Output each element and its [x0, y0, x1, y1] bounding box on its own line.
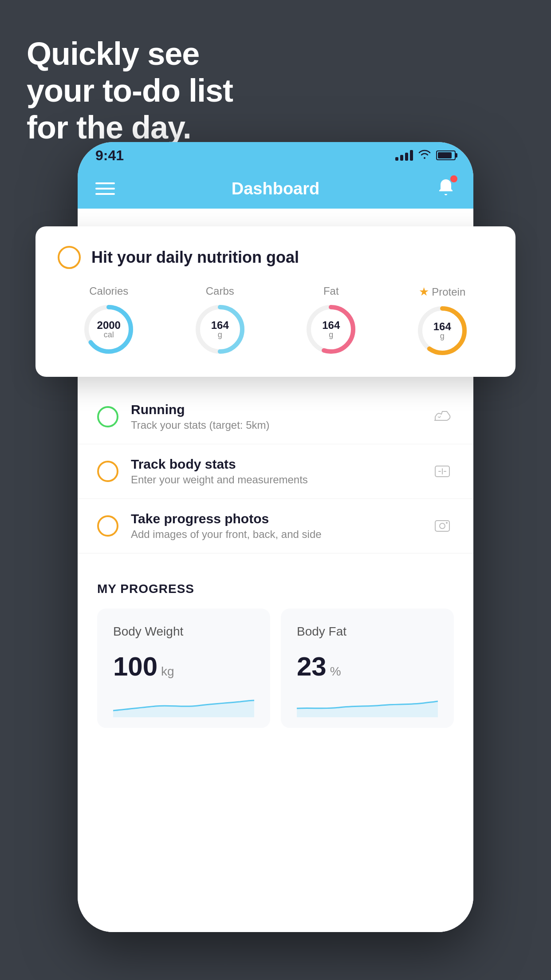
carbs-label: Carbs [206, 285, 234, 297]
todo-subtitle-running: Track your stats (target: 5km) [131, 419, 418, 431]
fat-label: Fat [323, 285, 339, 297]
todo-item-running[interactable]: Running Track your stats (target: 5km) [78, 390, 473, 444]
progress-grid: Body Weight 100 kg [97, 609, 454, 728]
status-icons [395, 149, 456, 162]
nutrition-checkbox[interactable] [58, 246, 81, 269]
todo-text-running: Running Track your stats (target: 5km) [131, 402, 418, 431]
nav-title: Dashboard [232, 179, 319, 198]
todo-subtitle-track-body: Enter your weight and measurements [131, 474, 418, 486]
body-weight-title: Body Weight [113, 624, 254, 639]
todo-list: Running Track your stats (target: 5km) T… [78, 390, 473, 553]
body-weight-card: Body Weight 100 kg [97, 609, 270, 728]
battery-icon [436, 150, 456, 160]
body-fat-value: 23 % [297, 651, 438, 682]
status-time: 9:41 [95, 147, 124, 164]
photo-icon [431, 514, 454, 537]
body-fat-title: Body Fat [297, 624, 438, 639]
svg-point-2 [440, 523, 445, 529]
progress-header: MY PROGRESS [97, 582, 454, 596]
body-fat-number: 23 [297, 651, 327, 682]
calories-donut: 2000 cal [82, 303, 135, 356]
fat-unit: g [329, 331, 333, 339]
hamburger-line [95, 193, 115, 195]
hamburger-line [95, 182, 115, 184]
nutrition-grid: Calories 2000 cal Carbs [58, 285, 493, 357]
calories-value: 2000 [97, 320, 121, 331]
calories-label: Calories [89, 285, 128, 297]
svg-point-3 [446, 522, 448, 524]
carbs-donut: 164 g [193, 303, 247, 356]
nutrition-card: Hit your daily nutrition goal Calories 2… [35, 226, 516, 377]
body-fat-unit: % [330, 664, 341, 679]
shoe-icon [431, 405, 454, 428]
todo-text-track-body: Track body stats Enter your weight and m… [131, 457, 418, 486]
protein-donut: 164 g [416, 304, 469, 357]
protein-unit: g [440, 332, 445, 340]
todo-item-progress-photos[interactable]: Take progress photos Add images of your … [78, 499, 473, 553]
protein-label: Protein [432, 286, 465, 298]
hamburger-line [95, 188, 115, 190]
body-weight-number: 100 [113, 651, 157, 682]
protein-value: 164 [433, 321, 451, 332]
hero-line1: Quickly see [27, 36, 233, 72]
hero-line3: for the day. [27, 109, 233, 146]
fat-donut: 164 g [304, 303, 358, 356]
scale-icon [431, 460, 454, 483]
notification-dot [450, 175, 457, 182]
body-fat-card: Body Fat 23 % [281, 609, 454, 728]
body-fat-chart [297, 691, 438, 717]
todo-subtitle-progress-photos: Add images of your front, back, and side [131, 528, 418, 541]
carbs-unit: g [218, 331, 222, 339]
nutrition-fat: Fat 164 g [304, 285, 358, 356]
body-weight-value: 100 kg [113, 651, 254, 682]
todo-title-progress-photos: Take progress photos [131, 511, 418, 526]
nutrition-carbs: Carbs 164 g [193, 285, 247, 356]
star-icon: ★ [419, 285, 429, 299]
todo-title-track-body: Track body stats [131, 457, 418, 472]
body-weight-chart [113, 691, 254, 717]
hamburger-menu[interactable] [95, 182, 115, 195]
todo-checkbox-track-body[interactable] [97, 461, 118, 482]
nav-bar: Dashboard [78, 169, 473, 209]
status-bar: 9:41 [78, 142, 473, 169]
todo-text-progress-photos: Take progress photos Add images of your … [131, 511, 418, 541]
hero-line2: your to-do list [27, 72, 233, 109]
todo-checkbox-progress-photos[interactable] [97, 515, 118, 537]
card-header: Hit your daily nutrition goal [58, 246, 493, 269]
protein-label-container: ★ Protein [419, 285, 465, 299]
card-title: Hit your daily nutrition goal [91, 248, 299, 267]
signal-icon [395, 150, 413, 161]
todo-item-track-body[interactable]: Track body stats Enter your weight and m… [78, 444, 473, 499]
hero-text: Quickly see your to-do list for the day. [27, 36, 233, 146]
wifi-icon [418, 149, 431, 162]
todo-title-running: Running [131, 402, 418, 417]
fat-value: 164 [322, 320, 340, 331]
carbs-value: 164 [211, 320, 229, 331]
todo-checkbox-running[interactable] [97, 406, 118, 427]
nutrition-protein: ★ Protein 164 g [416, 285, 469, 357]
body-weight-unit: kg [161, 664, 174, 679]
progress-section: MY PROGRESS Body Weight 100 kg [78, 562, 473, 747]
calories-unit: cal [104, 331, 114, 339]
nutrition-calories: Calories 2000 cal [82, 285, 135, 356]
notification-bell-icon[interactable] [436, 177, 456, 201]
